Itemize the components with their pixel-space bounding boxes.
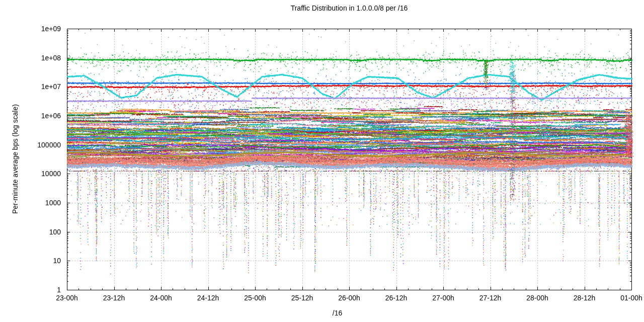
y-tick-label: 1: [0, 286, 61, 294]
y-axis-label: Per-minute average bps (log scale): [11, 104, 19, 214]
y-tick-label: 1000: [0, 199, 61, 207]
x-tick-label: 24-12h: [186, 294, 231, 302]
x-tick-label: 26-00h: [327, 294, 372, 302]
y-tick-label: 1e+08: [0, 54, 61, 62]
x-tick-label: 24-00h: [138, 294, 184, 302]
y-tick-label: 100000: [0, 141, 61, 149]
x-tick-label: 27-00h: [421, 294, 466, 302]
x-tick-label: 23-12h: [92, 294, 137, 302]
x-tick-label: 27-12h: [468, 294, 513, 302]
y-tick-label: 1e+09: [0, 25, 61, 33]
x-tick-label: 25-12h: [280, 294, 325, 302]
y-tick-label: 1e+07: [0, 83, 61, 91]
x-tick-label: 23-00h: [44, 294, 90, 302]
x-axis-label: /16: [67, 309, 608, 317]
x-tick-label: 26-12h: [374, 294, 419, 302]
x-tick-label: 01-00h: [609, 294, 644, 302]
x-tick-label: 28-12h: [562, 294, 607, 302]
y-tick-label: 1e+06: [0, 112, 61, 120]
y-tick-label: 100: [0, 228, 61, 236]
y-tick-label: 10000: [0, 170, 61, 178]
y-tick-label: 10: [0, 257, 61, 265]
chart-title: Traffic Distribution in 1.0.0.0/8 per /1…: [67, 4, 631, 12]
traffic-distribution-chart: [0, 0, 644, 322]
x-tick-label: 28-00h: [515, 294, 560, 302]
x-tick-label: 25-00h: [232, 294, 278, 302]
